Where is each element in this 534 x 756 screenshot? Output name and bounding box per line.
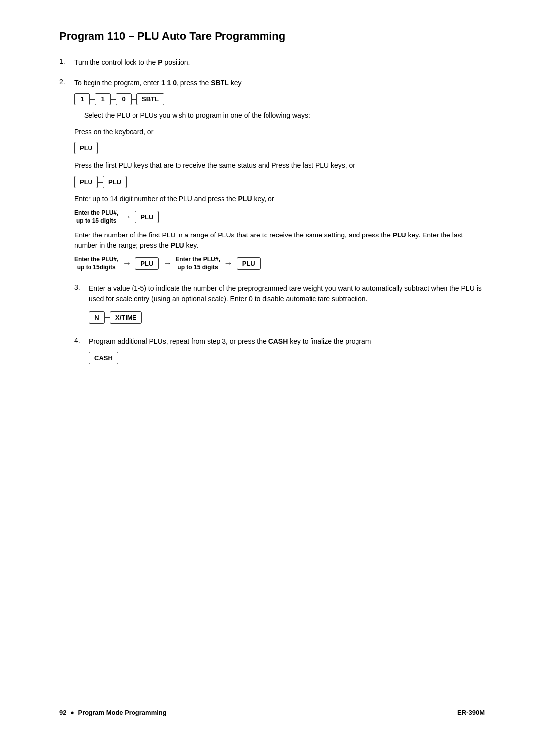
footer-right: ER-390M [457, 709, 485, 716]
sub-step-2: Select the PLU or PLUs you wish to progr… [84, 110, 485, 121]
step-1-text: Turn the control lock to the P position. [74, 57, 485, 68]
up-to-15-label-2: up to 15 digits [178, 264, 218, 271]
step-2: 2. To begin the program, enter 1 1 0, pr… [59, 78, 485, 276]
label-enter-plu-single: Enter the PLU#, up to 15 digits [74, 209, 118, 224]
key-plu-range-2: PLU [237, 257, 261, 270]
sub-step-2-text: Select the PLU or PLUs you wish to progr… [84, 110, 485, 121]
key-plu-a: PLU [74, 176, 98, 188]
plu-range-text: Press the first PLU keys that are to rec… [74, 160, 485, 171]
arrow-1: → [122, 212, 131, 222]
enter-plu-label-1: Enter the PLU#, [74, 209, 118, 216]
footer-page-num: 92 [59, 709, 66, 716]
key-sequence-n-xtime: N X/TIME [89, 311, 485, 324]
step-1-content: Turn the control lock to the P position. [74, 57, 485, 72]
main-content: Program 110 – PLU Auto Tare Programming … [59, 30, 485, 690]
key-sequence-cash: CASH [89, 352, 485, 364]
step-4-content: Program additional PLUs, repeat from ste… [89, 336, 485, 369]
key-2: 1 [95, 93, 111, 105]
key-1: 1 [74, 93, 90, 105]
label-enter-plu-range-2: Enter the PLU#, up to 15 digits [176, 256, 220, 271]
key-sequence-plu-single: PLU [74, 142, 485, 154]
enter-plu-label-2: Enter the PLU#, [74, 256, 118, 263]
key-3: 0 [116, 93, 132, 105]
press-keyboard-text: Press on the keyboard, or [74, 127, 485, 137]
diagram-plu-single: Enter the PLU#, up to 15 digits → PLU [74, 209, 485, 224]
step-2-text: To begin the program, enter 1 1 0, press… [74, 78, 485, 88]
arrow-4: → [224, 258, 233, 269]
step-4-text: Program additional PLUs, repeat from ste… [89, 336, 485, 347]
page-title: Program 110 – PLU Auto Tare Programming [59, 30, 485, 43]
key-sequence-1: 1 1 0 SBTL [74, 93, 485, 105]
step-4-container: 4. Program additional PLUs, repeat from … [59, 336, 485, 369]
step-3-content: Enter a value (1-5) to indicate the numb… [89, 284, 485, 329]
footer-bullet: ● [70, 709, 74, 716]
enter-range-text: Enter the number of the first PLU in a r… [74, 230, 485, 251]
enter-plu-label-3: Enter the PLU#, [176, 256, 220, 263]
step-list: 1. Turn the control lock to the P positi… [59, 57, 485, 276]
footer-left: 92 ● Program Mode Programming [59, 709, 167, 716]
footer-section: Program Mode Programming [78, 709, 167, 716]
arrow-3: → [163, 258, 172, 269]
step-1-num: 1. [59, 57, 74, 72]
up-to-15-label-1: up to 15 digits [76, 217, 116, 224]
arrow-2: → [122, 258, 131, 269]
key-n: N [89, 311, 105, 324]
step-3-num: 3. [74, 284, 89, 329]
label-enter-plu-range-1: Enter the PLU#, up to 15digits [74, 256, 118, 271]
key-sbtl: SBTL [136, 93, 164, 105]
key-sequence-plu-plu: PLU PLU [74, 176, 485, 188]
key-plu-b: PLU [103, 176, 127, 188]
step-3-text: Enter a value (1-5) to indicate the numb… [89, 284, 485, 304]
step-2-content: To begin the program, enter 1 1 0, press… [74, 78, 485, 276]
up-to-15digits-label: up to 15digits [77, 264, 116, 271]
step-1: 1. Turn the control lock to the P positi… [59, 57, 485, 72]
key-plu-single: PLU [74, 142, 98, 154]
step-3-container: 3. Enter a value (1-5) to indicate the n… [59, 284, 485, 329]
key-plu-diagram-1: PLU [135, 211, 159, 223]
key-plu-range-1: PLU [135, 257, 159, 270]
page: Program 110 – PLU Auto Tare Programming … [0, 0, 534, 756]
footer-model: ER-390M [457, 709, 485, 716]
footer: 92 ● Program Mode Programming ER-390M [59, 705, 485, 716]
enter-14digit-text: Enter up to 14 digit number of the PLU a… [74, 194, 485, 204]
diagram-plu-range: Enter the PLU#, up to 15digits → PLU → E… [74, 256, 485, 271]
step-2-num: 2. [59, 78, 74, 276]
key-cash: CASH [89, 352, 118, 364]
key-xtime: X/TIME [110, 311, 142, 324]
step-4-num: 4. [74, 336, 89, 369]
